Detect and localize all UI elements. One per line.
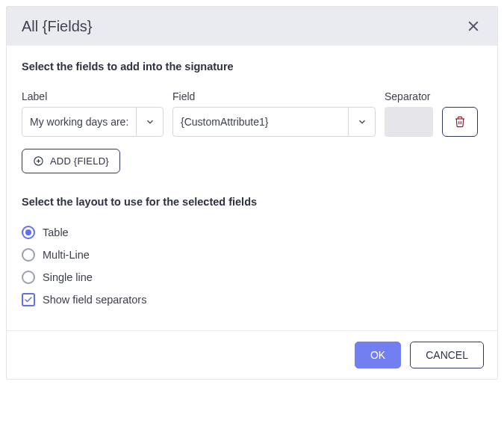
field-combobox[interactable] <box>172 107 376 137</box>
field-dropdown-toggle[interactable] <box>348 108 375 136</box>
all-fields-dialog: All {Fields} Select the fields to add in… <box>6 6 498 380</box>
radio-label: Single line <box>43 271 93 283</box>
add-field-button[interactable]: ADD {FIELD} <box>22 149 120 173</box>
show-separators-checkbox[interactable]: Show field separators <box>22 293 482 306</box>
label-input[interactable] <box>22 108 136 136</box>
column-header-separator: Separator <box>385 90 433 102</box>
column-header-label: Label <box>22 90 164 102</box>
fields-section-heading: Select the fields to add into the signat… <box>22 61 482 72</box>
layout-section-heading: Select the layout to use for the selecte… <box>22 196 482 208</box>
add-field-label: ADD {FIELD} <box>50 155 109 167</box>
cancel-button-label: CANCEL <box>426 349 468 361</box>
checkbox-label: Show field separators <box>43 294 146 306</box>
radio-icon <box>22 248 35 262</box>
dialog-footer: OK CANCEL <box>7 330 497 379</box>
close-button[interactable] <box>464 17 482 35</box>
layout-radio-multiline[interactable]: Multi-Line <box>22 248 482 262</box>
delete-row-button[interactable] <box>442 107 478 137</box>
column-header-field: Field <box>172 90 376 102</box>
check-icon <box>24 295 33 304</box>
label-dropdown-toggle[interactable] <box>136 108 163 136</box>
checkbox-icon <box>22 293 35 306</box>
dialog-header: All {Fields} <box>7 7 497 46</box>
ok-button[interactable]: OK <box>355 342 401 368</box>
field-columns-header: Label Field Separator <box>22 90 482 102</box>
separator-input-disabled <box>385 107 433 137</box>
ok-button-label: OK <box>370 349 385 361</box>
cancel-button[interactable]: CANCEL <box>410 342 484 368</box>
radio-label: Multi-Line <box>43 249 90 261</box>
layout-radio-singleline[interactable]: Single line <box>22 271 482 284</box>
dialog-body: Select the fields to add into the signat… <box>7 46 497 330</box>
radio-label: Table <box>43 226 69 238</box>
label-combobox[interactable] <box>22 107 164 137</box>
chevron-down-icon <box>145 117 155 127</box>
radio-icon <box>22 226 35 239</box>
close-icon <box>467 19 480 33</box>
radio-icon <box>22 271 35 284</box>
layout-radio-table[interactable]: Table <box>22 226 482 239</box>
field-input[interactable] <box>173 108 348 136</box>
trash-icon <box>454 115 466 129</box>
chevron-down-icon <box>357 117 367 127</box>
field-row <box>22 107 482 137</box>
dialog-title: All {Fields} <box>22 18 93 35</box>
plus-circle-icon <box>33 155 44 167</box>
